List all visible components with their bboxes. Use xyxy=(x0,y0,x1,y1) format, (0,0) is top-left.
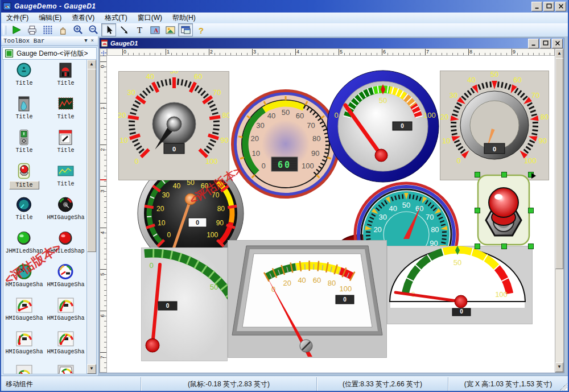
menu-item-3[interactable]: 格式(T) xyxy=(100,12,132,24)
print-tool-button[interactable] xyxy=(24,23,39,36)
run-tool-button[interactable] xyxy=(9,23,24,36)
svg-text:50: 50 xyxy=(453,258,461,267)
maximize-button[interactable] xyxy=(540,39,551,48)
windowred-icon xyxy=(56,129,76,146)
close-button[interactable] xyxy=(552,39,563,48)
toolbox-item-gaugedark[interactable]: HMIGaugeSha xyxy=(45,196,86,230)
toolbox-item-label: HMIGaugeSha xyxy=(47,349,84,355)
toolbox-item-ledred[interactable]: JHMILedShap xyxy=(45,230,86,263)
gauge-knob-left[interactable]: 01020304050607080901000 xyxy=(118,71,229,180)
selection-handle[interactable] xyxy=(475,208,480,213)
toolbox-item-pushbtn[interactable]: Title xyxy=(3,163,45,196)
toolbox-item-tealknob[interactable]: Title xyxy=(3,62,45,96)
document-title-bar[interactable]: GaugeD1 xyxy=(100,38,564,48)
svg-text:50: 50 xyxy=(379,96,387,105)
help-tool-button[interactable]: ? xyxy=(193,23,208,36)
push-button-component[interactable] xyxy=(477,174,530,246)
menu-item-2[interactable]: 查看(V) xyxy=(67,12,100,24)
toolbox-group-title: Gauge Demo-<评估版> xyxy=(17,49,88,59)
toolbox-item-arc1[interactable]: HMIGaugeSha xyxy=(3,297,45,331)
svg-text:90: 90 xyxy=(220,136,228,145)
toolbox-item-arc2[interactable]: HMIGaugeSha xyxy=(45,297,86,331)
picture-tool-button[interactable] xyxy=(163,23,178,36)
toolbox-item-switch[interactable]: Title xyxy=(3,129,45,163)
hruler-label: 5 xyxy=(340,49,343,55)
design-canvas[interactable]: 01020304050607080901000 0102030405060708… xyxy=(107,56,555,373)
svg-text:70: 70 xyxy=(212,191,220,199)
gauge-blue-meter[interactable]: 0501000 xyxy=(326,69,440,183)
arc4-icon xyxy=(56,331,76,348)
toolbox-item-ledgreen[interactable]: JHMILedShap xyxy=(3,230,45,263)
pan-tool-button[interactable] xyxy=(55,23,70,36)
menu-item-1[interactable]: 编辑(E) xyxy=(34,12,67,24)
tank-icon xyxy=(14,96,35,113)
toolbox-scrollbar[interactable]: ▲ ▼ xyxy=(86,59,97,374)
menu-item-4[interactable]: 窗口(W) xyxy=(133,12,167,24)
toolbox-item-gaugeteal[interactable]: HMIGaugeSha xyxy=(3,263,45,297)
resize-grip[interactable] xyxy=(560,383,567,390)
gauge-knob-right[interactable]: 01020304050607080901000 xyxy=(440,71,549,180)
toolbox-item-windowred[interactable]: Title xyxy=(45,129,86,163)
arc2-icon xyxy=(56,297,76,314)
doc-scroll-down-icon[interactable]: ▼ xyxy=(555,362,563,372)
gauge-speedometer[interactable]: 010203040506070809010060 xyxy=(230,89,341,199)
svg-text:0: 0 xyxy=(261,162,265,170)
close-button[interactable] xyxy=(555,2,566,11)
toolbar-grip[interactable] xyxy=(3,26,6,35)
toolbox-item-meter[interactable]: HMIGaugeSha xyxy=(45,364,86,374)
svg-text:0: 0 xyxy=(493,146,496,152)
scroll-up-icon[interactable]: ▲ xyxy=(87,60,96,69)
toolbox-item-panelred[interactable]: Title xyxy=(45,62,86,96)
toolbox-close-icon[interactable]: × xyxy=(89,38,96,44)
zoom-out-tool-button[interactable] xyxy=(86,23,101,36)
line-tool-button[interactable] xyxy=(117,23,131,36)
toolbox-item-gaugedarkteal[interactable]: Title xyxy=(3,196,45,230)
toolbox-item-gaugeblue[interactable]: HMIGaugeSha xyxy=(45,263,86,297)
scroll-down-icon[interactable]: ▼ xyxy=(87,364,96,374)
svg-text:50: 50 xyxy=(490,71,498,79)
svg-text:100: 100 xyxy=(495,290,508,299)
toolbox-item-dome[interactable]: HMIGaugeSha xyxy=(3,364,45,374)
selection-handle[interactable] xyxy=(501,172,507,178)
doc-scroll-up-icon[interactable]: ▲ xyxy=(555,49,563,59)
toolbox-item-trendteal[interactable]: Title xyxy=(45,163,86,196)
svg-text:60: 60 xyxy=(313,276,321,284)
maximize-button[interactable] xyxy=(543,2,554,11)
font-image-tool-button[interactable]: A xyxy=(147,23,162,36)
selection-handle[interactable] xyxy=(528,208,534,213)
menu-item-5[interactable]: 帮助(H) xyxy=(167,12,201,24)
document-vertical-scrollbar[interactable]: ▲ ▼ xyxy=(555,48,564,373)
svg-text:80: 80 xyxy=(312,134,320,143)
window-mode-tool-button[interactable] xyxy=(178,23,193,36)
toolbox-item-tank[interactable]: Title xyxy=(3,96,45,129)
minimize-button[interactable] xyxy=(531,2,542,11)
gauge-arc-panel[interactable]: 0500 xyxy=(141,247,228,361)
selection-handle[interactable] xyxy=(528,244,534,249)
toolbox-item-arc3[interactable]: HMIGaugeSha xyxy=(3,331,45,364)
svg-text:80: 80 xyxy=(541,113,549,121)
svg-text:40: 40 xyxy=(267,112,275,120)
toolbox-item-arc4[interactable]: HMIGaugeSha xyxy=(45,331,86,364)
gauge-semicircle[interactable]: 0501000 xyxy=(387,246,533,324)
arc3-icon xyxy=(14,331,35,348)
doc-scrollbar-thumb[interactable] xyxy=(555,58,563,269)
selection-handle[interactable] xyxy=(475,244,480,249)
hruler-label: 0 xyxy=(123,49,126,55)
svg-text:30: 30 xyxy=(127,88,135,97)
gauge-analog-meter[interactable]: 0204060801000 xyxy=(228,240,387,358)
toolbox-menu-icon[interactable]: ▼ xyxy=(83,38,89,44)
svg-text:80: 80 xyxy=(431,225,439,234)
zoom-in-tool-button[interactable] xyxy=(71,23,85,36)
selection-handle[interactable] xyxy=(475,172,480,178)
selection-handle[interactable] xyxy=(501,244,507,249)
toolbox-item-trenddark[interactable]: Title xyxy=(45,96,86,129)
svg-text:0: 0 xyxy=(196,219,199,226)
grid-tool-button[interactable] xyxy=(40,23,55,36)
toolbox-group-header[interactable]: Gauge Demo-<评估版> xyxy=(2,47,97,60)
minimize-button[interactable] xyxy=(528,39,539,48)
text-tool-button[interactable]: T xyxy=(132,23,147,36)
scrollbar-thumb[interactable] xyxy=(87,69,96,252)
menu-item-0[interactable]: 文件(F) xyxy=(1,12,34,24)
svg-text:10: 10 xyxy=(158,219,166,227)
select-tool-button[interactable] xyxy=(101,23,116,36)
